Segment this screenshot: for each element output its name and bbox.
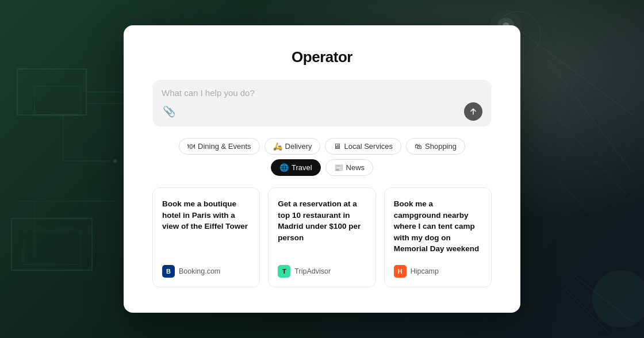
svg-rect-1 (34, 86, 80, 115)
svg-line-11 (518, 29, 632, 115)
cards-row: Book me a boutique hotel in Paris with a… (152, 187, 492, 287)
search-input[interactable] (162, 88, 482, 98)
send-button[interactable] (464, 102, 482, 121)
filter-tab-news[interactable]: 📰News (325, 159, 374, 176)
dining-label: Dining & Events (198, 142, 251, 151)
local-icon: 🖥 (334, 142, 341, 151)
card-paris-text: Book me a boutique hotel in Paris with a… (162, 198, 250, 255)
card-madrid[interactable]: Get a reservation at a top 10 restaurant… (268, 187, 375, 287)
search-actions: 📎 (162, 102, 482, 121)
travel-label: Travel (292, 163, 312, 172)
svg-rect-10 (23, 230, 80, 264)
dining-icon: 🍽 (187, 142, 195, 151)
svg-point-6 (113, 159, 117, 163)
card-paris[interactable]: Book me a boutique hotel in Paris with a… (152, 187, 260, 287)
card-madrid-text: Get a reservation at a top 10 restaurant… (278, 198, 366, 255)
news-label: News (346, 163, 365, 172)
filter-tab-dining[interactable]: 🍽Dining & Events (179, 138, 260, 155)
delivery-icon: 🛵 (273, 142, 282, 151)
card-campground[interactable]: Book me a campground nearby where I can … (384, 187, 492, 287)
filter-tab-travel[interactable]: 🌐Travel (271, 159, 321, 176)
hipcamp-logo: H (394, 265, 407, 278)
svg-line-15 (564, 144, 632, 230)
filter-tab-shopping[interactable]: 🛍Shopping (406, 138, 465, 155)
delivery-label: Delivery (285, 142, 312, 151)
page-title: Operator (152, 48, 492, 66)
card-madrid-footer: T TripAdvisor (278, 265, 366, 278)
filter-tab-local[interactable]: 🖥Local Services (325, 138, 401, 155)
travel-icon: 🌐 (279, 163, 289, 172)
tripadvisor-brand-name: TripAdvisor (294, 267, 331, 275)
card-campground-footer: H Hipcamp (394, 265, 482, 278)
svg-line-12 (546, 57, 632, 172)
svg-rect-0 (17, 69, 86, 115)
svg-point-20 (592, 270, 644, 328)
attach-icon[interactable]: 📎 (162, 104, 177, 119)
tripadvisor-logo: T (278, 265, 290, 278)
local-label: Local Services (344, 142, 393, 151)
svg-rect-9 (12, 218, 92, 270)
card-campground-text: Book me a campground nearby where I can … (394, 198, 482, 255)
booking-logo: B (162, 265, 175, 278)
hipcamp-brand-name: Hipcamp (411, 267, 439, 275)
main-modal: Operator 📎 🍽Dining & Events🛵Delivery🖥Loc… (124, 25, 520, 313)
shopping-icon: 🛍 (415, 142, 422, 151)
filter-tabs: 🍽Dining & Events🛵Delivery🖥Local Services… (152, 138, 492, 176)
search-box: 📎 (152, 80, 492, 126)
filter-tab-delivery[interactable]: 🛵Delivery (264, 138, 321, 155)
booking-brand-name: Booking.com (179, 267, 220, 275)
card-paris-footer: B Booking.com (162, 265, 250, 278)
news-icon: 📰 (334, 163, 343, 172)
shopping-label: Shopping (425, 142, 457, 151)
